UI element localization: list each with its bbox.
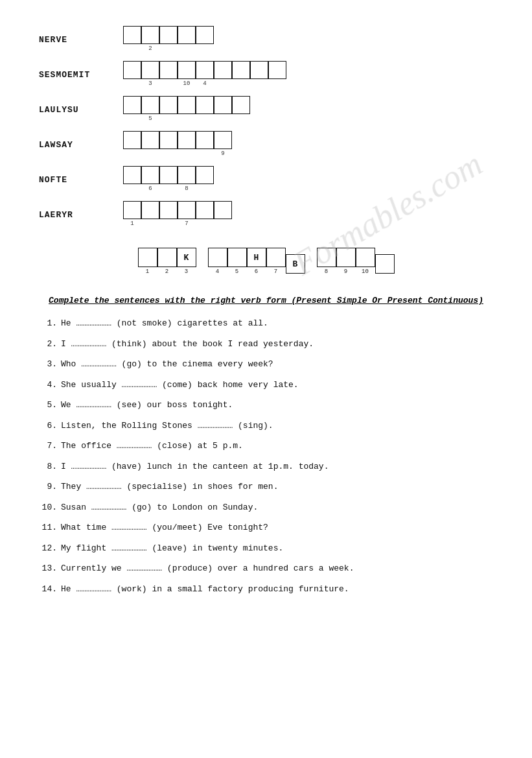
box-number	[178, 149, 196, 158]
answer-box: K	[177, 248, 196, 267]
box-number	[178, 44, 196, 53]
sentence-number: 12.	[39, 542, 57, 555]
puzzle-box	[214, 131, 232, 149]
puzzle-box	[141, 61, 159, 79]
box-number	[178, 114, 196, 123]
box-number	[159, 79, 178, 88]
answer-box-number: 9	[344, 268, 347, 275]
box-number	[159, 219, 178, 228]
puzzle-row: LAERYR17	[39, 201, 493, 228]
answer-cell: 5	[227, 248, 247, 275]
box-number: 1	[123, 219, 141, 228]
puzzle-box	[214, 61, 232, 79]
answer-box-number: 6	[255, 268, 258, 275]
sentence-text: Currently we ………………… (produce) over a hu…	[61, 562, 354, 575]
answer-box	[266, 248, 286, 267]
box-number	[214, 219, 232, 228]
sentences-list: 1.He ………………… (not smoke) cigarettes at a…	[39, 317, 493, 595]
box-number	[196, 219, 214, 228]
answer-box: H	[247, 248, 266, 267]
answer-cell: 8	[317, 248, 336, 275]
list-item: 13.Currently we ………………… (produce) over a…	[39, 562, 493, 575]
answer-box	[317, 248, 336, 267]
puzzle-box	[123, 96, 141, 114]
puzzle-box	[196, 96, 214, 114]
puzzle-box	[196, 61, 214, 79]
box-number	[159, 114, 178, 123]
answer-box	[157, 248, 177, 267]
box-number	[232, 79, 250, 88]
box-number	[214, 79, 232, 88]
answer-box-number: 3	[185, 268, 188, 275]
box-number	[141, 219, 159, 228]
list-item: 14.He ………………… (work) in a small factory …	[39, 583, 493, 596]
list-item: 6.Listen, the Rolling Stones ………………… (si…	[39, 420, 493, 432]
sentence-text: The office ………………… (close) at 5 p.m.	[61, 440, 243, 453]
puzzle-box	[123, 131, 141, 149]
answer-cell	[375, 254, 395, 275]
puzzle-box	[178, 61, 196, 79]
puzzle-box	[196, 26, 214, 44]
puzzle-row: LAWSAY9	[39, 131, 493, 158]
answer-box-number: 7	[274, 268, 277, 275]
list-item: 3.Who ………………… (go) to the cinema every w…	[39, 358, 493, 371]
puzzle-box	[141, 131, 159, 149]
box-number	[214, 114, 232, 123]
sentence-text: They ………………… (specialise) in shoes for m…	[61, 480, 278, 493]
puzzle-box	[196, 131, 214, 149]
answer-row-container: 12K345H67B8910	[39, 248, 493, 275]
sentence-text: Susan ………………… (go) to London on Sunday.	[61, 501, 258, 514]
answer-box	[375, 254, 395, 274]
puzzle-row-label: LAERYR	[39, 210, 123, 220]
puzzle-box	[159, 201, 178, 219]
sentence-text: My flight ………………… (leave) in twenty minu…	[61, 542, 283, 555]
puzzle-box	[123, 26, 141, 44]
box-number	[123, 114, 141, 123]
box-number	[141, 149, 159, 158]
box-number: 6	[141, 184, 159, 193]
box-number	[250, 79, 268, 88]
puzzle-row-label: NOFTE	[39, 175, 123, 185]
sentence-text: Listen, the Rolling Stones ………………… (sing…	[61, 420, 273, 432]
answer-box-number: 4	[216, 268, 219, 275]
sentence-text: She usually ………………… (come) back home ver…	[61, 379, 299, 392]
box-number: 3	[141, 79, 159, 88]
puzzle-row-label: SESMOEMIT	[39, 70, 123, 80]
box-number: 9	[214, 149, 232, 158]
box-number	[123, 79, 141, 88]
box-number	[123, 184, 141, 193]
puzzle-row: NERVE2	[39, 26, 493, 53]
answer-cell: 10	[356, 248, 375, 275]
sentence-number: 4.	[39, 379, 57, 392]
sentence-number: 10.	[39, 501, 57, 514]
box-number	[196, 149, 214, 158]
answer-box-number: 1	[146, 268, 149, 275]
sentence-text: He ………………… (not smoke) cigarettes at all…	[61, 317, 268, 330]
sentence-number: 8.	[39, 460, 57, 473]
list-item: 2.I ………………… (think) about the book I rea…	[39, 338, 493, 351]
answer-box-number: 5	[235, 268, 238, 275]
puzzle-box	[214, 201, 232, 219]
answer-cell: 7	[266, 248, 286, 275]
sentence-text: He ………………… (work) in a small factory pro…	[61, 583, 349, 596]
box-number	[268, 79, 286, 88]
answer-box-number: 2	[165, 268, 168, 275]
puzzle-box	[123, 166, 141, 184]
puzzle-box	[159, 166, 178, 184]
puzzle-row-label: LAWSAY	[39, 140, 123, 150]
answer-cell: 9	[336, 248, 356, 275]
answer-box	[138, 248, 157, 267]
box-number: 10	[178, 79, 196, 88]
answer-cell: 4	[208, 248, 227, 275]
sentence-text: I ………………… (have) lunch in the canteen at…	[61, 460, 329, 473]
answer-row: 12K345H67B8910	[138, 248, 395, 275]
answer-box-number: 10	[362, 268, 369, 275]
puzzle-box	[178, 201, 196, 219]
sentence-text: What time ………………… (you/meet) Eve tonight…	[61, 521, 268, 534]
list-item: 11.What time ………………… (you/meet) Eve toni…	[39, 521, 493, 534]
list-item: 5.We ………………… (see) our boss tonight.	[39, 399, 493, 412]
answer-box	[227, 248, 247, 267]
puzzle-box	[141, 166, 159, 184]
section-title: Complete the sentences with the right ve…	[39, 296, 493, 305]
puzzle-box	[232, 96, 250, 114]
